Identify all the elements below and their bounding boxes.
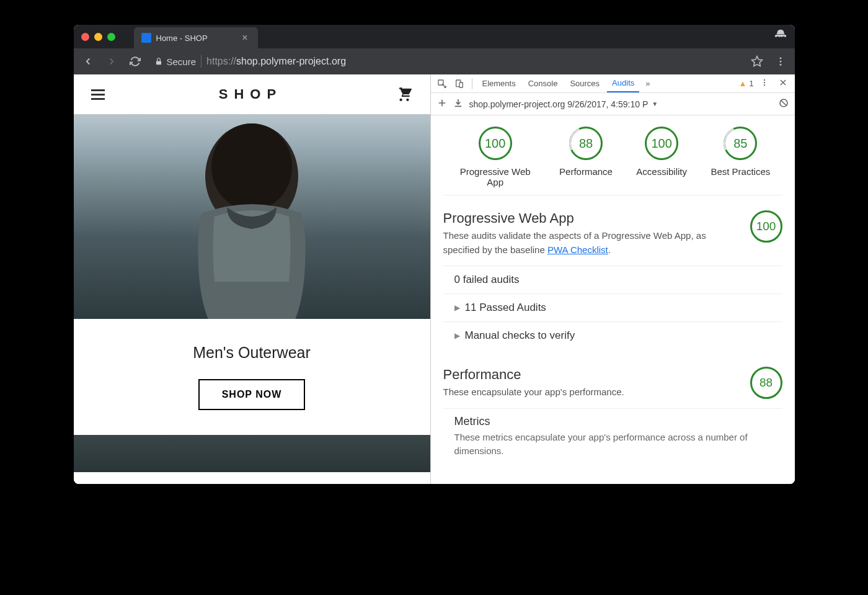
- score-circle: 100: [479, 127, 512, 160]
- new-audit-button[interactable]: [437, 98, 447, 110]
- inspect-element-button[interactable]: [435, 76, 450, 91]
- maximize-window-button[interactable]: [107, 33, 115, 41]
- section-header: Progressive Web App These audits validat…: [443, 210, 782, 257]
- svg-point-11: [763, 82, 764, 83]
- passed-audits-row[interactable]: ▶ 11 Passed Audits: [443, 293, 782, 321]
- reload-button[interactable]: [127, 53, 143, 69]
- section-score-circle: 88: [750, 367, 782, 399]
- tab-close-button[interactable]: ×: [239, 32, 250, 43]
- score-best-practices[interactable]: 85 Best Practices: [711, 127, 770, 187]
- download-button[interactable]: [453, 98, 463, 110]
- product-card: Men's Outerwear SHOP NOW: [74, 319, 430, 435]
- browser-window: Home - SHOP × Secure https://shop.polyme…: [74, 25, 795, 484]
- browser-menu-button[interactable]: [773, 53, 789, 69]
- score-label: Accessibility: [636, 166, 687, 177]
- score-label: Progressive Web App: [455, 166, 536, 187]
- minimize-window-button[interactable]: [94, 33, 102, 41]
- metrics-description: These metrics encapsulate your app's per…: [454, 431, 782, 459]
- window-controls: [81, 33, 115, 41]
- score-label: Performance: [559, 166, 613, 177]
- score-performance[interactable]: 88 Performance: [559, 127, 613, 187]
- warnings-count: 1: [749, 79, 753, 88]
- lock-icon: [154, 57, 163, 66]
- chevron-right-icon: ▶: [454, 331, 460, 340]
- audit-body[interactable]: 100 Progressive Web App 88 Performance 1…: [431, 115, 795, 484]
- title-bar: Home - SHOP ×: [74, 25, 795, 48]
- address-bar: Secure https://shop.polymer-project.org: [74, 48, 795, 74]
- chevron-down-icon: ▼: [652, 101, 658, 107]
- failed-audits-row[interactable]: 0 failed audits: [443, 266, 782, 293]
- url-text: https://shop.polymer-project.org: [206, 56, 346, 67]
- device-toolbar-button[interactable]: [452, 76, 467, 91]
- section-title: Progressive Web App: [443, 210, 740, 226]
- devtools-menu-button[interactable]: [756, 78, 773, 89]
- hero-image: [74, 114, 430, 319]
- tab-sources[interactable]: Sources: [565, 75, 604, 92]
- audit-selector[interactable]: shop.polymer-project.org 9/26/2017, 4:59…: [469, 99, 658, 109]
- tab-console[interactable]: Console: [523, 75, 563, 92]
- pwa-checklist-link[interactable]: PWA Checklist: [547, 244, 608, 255]
- url-divider: [201, 55, 202, 68]
- tabs-overflow-button[interactable]: »: [642, 79, 653, 88]
- shop-now-button[interactable]: SHOP NOW: [198, 379, 306, 410]
- audit-selector-label: shop.polymer-project.org 9/26/2017, 4:59…: [469, 99, 649, 109]
- section-score-circle: 100: [750, 210, 782, 243]
- devtools-tab-bar: Elements Console Sources Audits » ▲ 1: [431, 74, 795, 93]
- site-header: SHOP: [74, 74, 430, 114]
- tab-title: Home - SHOP: [156, 34, 235, 43]
- score-summary-row: 100 Progressive Web App 88 Performance 1…: [443, 127, 782, 195]
- hero-image-bottom: [74, 435, 430, 472]
- content-row: SHOP Men's Outerwear SHOP NOW: [74, 74, 795, 484]
- score-label: Best Practices: [711, 166, 770, 177]
- metrics-block: Metrics These metrics encapsulate your a…: [443, 408, 782, 459]
- forward-button[interactable]: [104, 53, 120, 69]
- devtools-panel: Elements Console Sources Audits » ▲ 1: [430, 74, 795, 484]
- back-button[interactable]: [80, 53, 96, 69]
- hamburger-menu-button[interactable]: [91, 89, 105, 100]
- performance-section: Performance These encapsulate your app's…: [443, 367, 782, 459]
- svg-point-6: [211, 123, 292, 210]
- score-circle: 85: [724, 127, 757, 160]
- svg-rect-9: [459, 83, 463, 87]
- svg-point-3: [779, 61, 781, 63]
- secure-badge[interactable]: Secure: [151, 56, 197, 67]
- score-circle: 88: [569, 127, 603, 160]
- product-title: Men's Outerwear: [74, 344, 430, 362]
- svg-marker-1: [751, 56, 762, 66]
- person-silhouette: [153, 120, 351, 319]
- score-pwa[interactable]: 100 Progressive Web App: [455, 127, 536, 187]
- chevron-right-icon: ▶: [454, 303, 460, 312]
- close-window-button[interactable]: [81, 33, 89, 41]
- tab-elements[interactable]: Elements: [477, 75, 521, 92]
- section-description: These encapsulate your app's performance…: [443, 385, 740, 400]
- incognito-icon: [774, 29, 787, 45]
- section-header: Performance These encapsulate your app's…: [443, 367, 782, 400]
- score-accessibility[interactable]: 100 Accessibility: [636, 127, 687, 187]
- score-circle: 100: [645, 127, 678, 160]
- secure-label: Secure: [167, 56, 197, 67]
- url-box[interactable]: Secure https://shop.polymer-project.org: [151, 48, 742, 74]
- devtools-close-button[interactable]: [775, 78, 791, 89]
- clear-button[interactable]: [779, 98, 789, 110]
- svg-point-12: [763, 84, 764, 86]
- svg-point-4: [779, 64, 781, 66]
- shop-logo[interactable]: SHOP: [219, 86, 282, 102]
- section-title: Performance: [443, 367, 740, 383]
- warning-icon: ▲: [738, 79, 746, 88]
- metrics-title: Metrics: [454, 415, 782, 428]
- svg-point-10: [763, 79, 764, 81]
- section-description: These audits validate the aspects of a P…: [443, 229, 740, 257]
- cart-button[interactable]: [396, 85, 412, 104]
- manual-checks-row[interactable]: ▶ Manual checks to verify: [443, 321, 782, 349]
- warnings-indicator[interactable]: ▲ 1: [738, 79, 753, 88]
- svg-rect-0: [156, 61, 161, 65]
- svg-point-2: [779, 57, 781, 59]
- site-panel: SHOP Men's Outerwear SHOP NOW: [74, 74, 430, 484]
- divider: [472, 78, 472, 89]
- audits-toolbar: shop.polymer-project.org 9/26/2017, 4:59…: [431, 93, 795, 115]
- browser-tab[interactable]: Home - SHOP ×: [134, 27, 258, 48]
- tab-favicon: [141, 33, 151, 43]
- pwa-section: Progressive Web App These audits validat…: [443, 210, 782, 349]
- tab-audits[interactable]: Audits: [607, 74, 639, 92]
- bookmark-button[interactable]: [749, 53, 765, 69]
